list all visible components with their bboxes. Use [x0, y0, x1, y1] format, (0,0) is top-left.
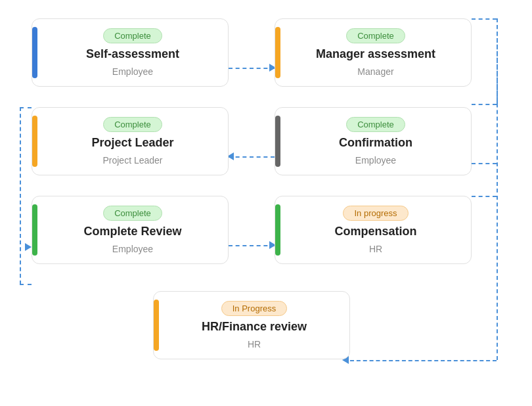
badge-self-assessment: Complete [103, 28, 162, 43]
badge-hr-finance-review: In Progress [221, 301, 287, 316]
subtitle-compensation: HR [369, 244, 382, 254]
arrow-h1 [229, 68, 275, 69]
bar-confirmation [275, 116, 280, 167]
card-hr-finance-review: In ProgressHR/Finance reviewHR [153, 291, 350, 359]
dashed-h-right-top2 [472, 104, 497, 105]
title-confirmation: Confirmation [339, 136, 412, 150]
card-compensation: In progressCompensationHR [275, 196, 472, 264]
card-confirmation: CompleteConfirmationEmployee [275, 107, 472, 175]
dashed-h-right-top [472, 18, 497, 20]
subtitle-confirmation: Employee [355, 155, 396, 166]
title-manager-assessment: Manager assessment [316, 47, 435, 61]
bar-manager-assessment [275, 27, 280, 78]
card-complete-review: CompleteComplete ReviewEmployee [32, 196, 229, 264]
arrow-h3 [229, 245, 275, 246]
card-self-assessment: CompleteSelf-assessmentEmployee [32, 18, 229, 87]
arrow-h2 [229, 156, 275, 158]
subtitle-self-assessment: Employee [112, 66, 153, 77]
subtitle-manager-assessment: Manager [357, 66, 393, 77]
dashed-v-left [20, 107, 21, 284]
badge-complete-review: Complete [103, 206, 162, 221]
badge-confirmation: Complete [346, 117, 405, 132]
dashed-v-right-bot [497, 196, 498, 360]
badge-manager-assessment: Complete [346, 28, 405, 43]
title-self-assessment: Self-assessment [86, 47, 179, 61]
arrowhead-3 [25, 243, 32, 251]
bar-compensation [275, 204, 280, 256]
bar-self-assessment [32, 27, 37, 78]
badge-compensation: In progress [343, 206, 408, 221]
card-manager-assessment: CompleteManager assessmentManager [275, 18, 472, 87]
title-hr-finance-review: HR/Finance review [202, 320, 307, 334]
title-compensation: Compensation [334, 225, 416, 238]
dashed-h-mid-right [472, 163, 497, 164]
bar-project-leader [32, 116, 37, 167]
subtitle-complete-review: Employee [112, 244, 153, 254]
dashed-v-right-mid [497, 18, 498, 192]
title-complete-review: Complete Review [83, 225, 181, 238]
bar-hr-finance-review [154, 300, 159, 351]
badge-project-leader: Complete [103, 117, 162, 132]
subtitle-hr-finance-review: HR [248, 339, 261, 350]
dashed-h-left-top [20, 107, 32, 108]
workflow-canvas: CompleteSelf-assessmentEmployeeCompleteM… [0, 0, 532, 406]
subtitle-project-leader: Project Leader [102, 155, 162, 166]
dashed-h-right-bot2 [350, 360, 497, 361]
bar-complete-review [32, 204, 37, 256]
dashed-h-right-bot1 [472, 196, 497, 197]
title-project-leader: Project Leader [91, 136, 173, 150]
dashed-h-left-bot [20, 284, 32, 285]
card-project-leader: CompleteProject LeaderProject Leader [32, 107, 229, 175]
